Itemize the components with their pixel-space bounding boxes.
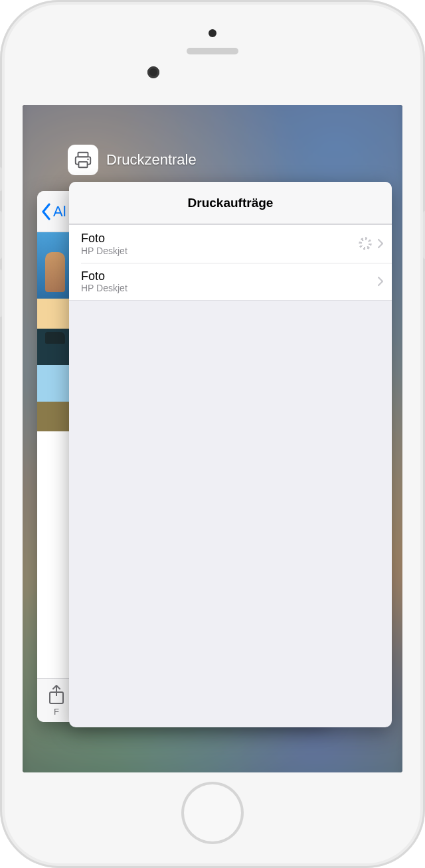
print-job-printer: HP Deskjet [81, 246, 359, 256]
share-icon [48, 684, 65, 705]
loading-spinner-icon [359, 237, 372, 250]
iphone-device-frame: Druckzentrale Al [0, 0, 425, 868]
chevron-right-icon [377, 238, 384, 249]
volume-up-button[interactable] [0, 211, 2, 259]
print-job-row[interactable]: Foto HP Deskjet [69, 225, 392, 263]
front-camera [147, 66, 159, 78]
chevron-right-icon [377, 276, 384, 287]
photos-back-label: Al [53, 203, 66, 220]
print-job-title: Foto [81, 232, 359, 246]
share-button[interactable]: F [48, 684, 65, 717]
print-center-nav-bar: Druckaufträge [69, 182, 392, 224]
svg-rect-2 [78, 162, 87, 167]
printer-icon [68, 145, 98, 175]
share-label: F [54, 707, 59, 717]
chevron-left-icon [41, 203, 52, 220]
print-job-printer: HP Deskjet [81, 283, 377, 293]
svg-point-3 [87, 159, 88, 160]
home-button[interactable] [181, 782, 244, 844]
print-job-row[interactable]: Foto HP Deskjet [69, 263, 392, 301]
print-center-title: Druckaufträge [188, 196, 274, 210]
app-switcher-card-print-center[interactable]: Druckaufträge Foto HP Deskjet Foto [69, 182, 392, 727]
svg-rect-0 [78, 153, 88, 157]
app-switcher-app-name: Druckzentrale [106, 151, 197, 169]
screen: Druckzentrale Al [23, 105, 402, 772]
print-job-title: Foto [81, 269, 377, 283]
mute-switch[interactable] [0, 167, 2, 191]
speaker-grille [187, 48, 238, 54]
print-jobs-list: Foto HP Deskjet Foto HP Deskjet [69, 224, 392, 301]
proximity-sensor [209, 29, 216, 37]
app-switcher-label: Druckzentrale [68, 145, 197, 175]
volume-down-button[interactable] [0, 269, 2, 317]
photos-back-button[interactable]: Al [41, 203, 66, 220]
